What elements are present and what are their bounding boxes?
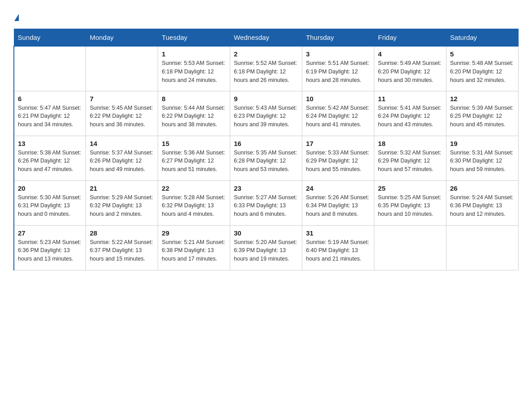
calendar-cell: 21Sunrise: 5:29 AM Sunset: 6:32 PM Dayli… [86, 180, 158, 225]
day-number: 22 [162, 184, 226, 192]
day-info: Sunrise: 5:29 AM Sunset: 6:32 PM Dayligh… [90, 193, 154, 218]
day-info: Sunrise: 5:38 AM Sunset: 6:26 PM Dayligh… [18, 149, 82, 174]
calendar-cell [374, 225, 446, 270]
day-number: 19 [450, 140, 515, 147]
header-tuesday: Tuesday [158, 29, 230, 47]
day-info: Sunrise: 5:26 AM Sunset: 6:34 PM Dayligh… [306, 193, 370, 218]
day-info: Sunrise: 5:31 AM Sunset: 6:30 PM Dayligh… [450, 149, 515, 174]
calendar-header-row: SundayMondayTuesdayWednesdayThursdayFrid… [14, 29, 519, 47]
day-number: 27 [18, 229, 82, 237]
calendar-cell: 17Sunrise: 5:33 AM Sunset: 6:29 PM Dayli… [302, 136, 374, 180]
day-info: Sunrise: 5:48 AM Sunset: 6:20 PM Dayligh… [450, 59, 515, 84]
day-number: 24 [306, 184, 370, 192]
day-info: Sunrise: 5:21 AM Sunset: 6:38 PM Dayligh… [162, 238, 226, 263]
calendar-cell: 30Sunrise: 5:20 AM Sunset: 6:39 PM Dayli… [230, 225, 302, 270]
header-thursday: Thursday [302, 29, 374, 47]
calendar-cell: 25Sunrise: 5:25 AM Sunset: 6:35 PM Dayli… [374, 180, 446, 225]
day-number: 6 [18, 95, 82, 103]
day-number: 5 [450, 50, 515, 58]
calendar-cell: 29Sunrise: 5:21 AM Sunset: 6:38 PM Dayli… [158, 225, 230, 270]
day-info: Sunrise: 5:37 AM Sunset: 6:26 PM Dayligh… [90, 149, 154, 174]
day-number: 15 [162, 140, 226, 147]
day-number: 25 [378, 184, 442, 192]
day-info: Sunrise: 5:51 AM Sunset: 6:19 PM Dayligh… [306, 59, 370, 84]
calendar-cell: 8Sunrise: 5:44 AM Sunset: 6:22 PM Daylig… [158, 91, 230, 136]
calendar-cell: 10Sunrise: 5:42 AM Sunset: 6:24 PM Dayli… [302, 91, 374, 136]
day-info: Sunrise: 5:23 AM Sunset: 6:36 PM Dayligh… [18, 238, 82, 263]
calendar-week-row: 27Sunrise: 5:23 AM Sunset: 6:36 PM Dayli… [14, 225, 519, 270]
day-info: Sunrise: 5:52 AM Sunset: 6:18 PM Dayligh… [234, 59, 298, 84]
day-number: 11 [378, 95, 442, 103]
day-number: 16 [234, 140, 298, 147]
day-number: 10 [306, 95, 370, 103]
day-info: Sunrise: 5:28 AM Sunset: 6:32 PM Dayligh… [162, 193, 226, 218]
calendar-cell: 18Sunrise: 5:32 AM Sunset: 6:29 PM Dayli… [374, 136, 446, 180]
day-number: 9 [234, 95, 298, 103]
header-saturday: Saturday [446, 29, 519, 47]
day-info: Sunrise: 5:24 AM Sunset: 6:36 PM Dayligh… [450, 193, 515, 218]
calendar-week-row: 13Sunrise: 5:38 AM Sunset: 6:26 PM Dayli… [14, 136, 519, 180]
day-info: Sunrise: 5:22 AM Sunset: 6:37 PM Dayligh… [90, 238, 154, 263]
logo-text [13, 13, 19, 23]
day-number: 8 [162, 95, 226, 103]
day-info: Sunrise: 5:20 AM Sunset: 6:39 PM Dayligh… [234, 238, 298, 263]
day-info: Sunrise: 5:44 AM Sunset: 6:22 PM Dayligh… [162, 104, 226, 129]
day-number: 14 [90, 140, 154, 147]
day-number: 18 [378, 140, 442, 147]
day-number: 23 [234, 184, 298, 192]
calendar-cell: 1Sunrise: 5:53 AM Sunset: 6:18 PM Daylig… [158, 46, 230, 91]
day-number: 30 [234, 229, 298, 237]
calendar-cell: 20Sunrise: 5:30 AM Sunset: 6:31 PM Dayli… [14, 180, 86, 225]
calendar-table: SundayMondayTuesdayWednesdayThursdayFrid… [13, 29, 519, 270]
logo-triangle-icon [14, 14, 19, 21]
calendar-cell [14, 46, 86, 91]
calendar-cell: 11Sunrise: 5:41 AM Sunset: 6:24 PM Dayli… [374, 91, 446, 136]
calendar-cell: 4Sunrise: 5:49 AM Sunset: 6:20 PM Daylig… [374, 46, 446, 91]
calendar-cell [446, 225, 519, 270]
day-info: Sunrise: 5:49 AM Sunset: 6:20 PM Dayligh… [378, 59, 442, 84]
logo [13, 9, 19, 23]
calendar-cell: 16Sunrise: 5:35 AM Sunset: 6:28 PM Dayli… [230, 136, 302, 180]
calendar-cell: 15Sunrise: 5:36 AM Sunset: 6:27 PM Dayli… [158, 136, 230, 180]
calendar-cell: 27Sunrise: 5:23 AM Sunset: 6:36 PM Dayli… [14, 225, 86, 270]
calendar-cell: 26Sunrise: 5:24 AM Sunset: 6:36 PM Dayli… [446, 180, 519, 225]
day-info: Sunrise: 5:36 AM Sunset: 6:27 PM Dayligh… [162, 149, 226, 174]
day-info: Sunrise: 5:33 AM Sunset: 6:29 PM Dayligh… [306, 149, 370, 174]
day-number: 31 [306, 229, 370, 237]
calendar-cell: 13Sunrise: 5:38 AM Sunset: 6:26 PM Dayli… [14, 136, 86, 180]
day-info: Sunrise: 5:27 AM Sunset: 6:33 PM Dayligh… [234, 193, 298, 218]
day-info: Sunrise: 5:43 AM Sunset: 6:23 PM Dayligh… [234, 104, 298, 129]
page-header [13, 9, 519, 23]
calendar-cell: 3Sunrise: 5:51 AM Sunset: 6:19 PM Daylig… [302, 46, 374, 91]
calendar-cell: 23Sunrise: 5:27 AM Sunset: 6:33 PM Dayli… [230, 180, 302, 225]
calendar-cell: 5Sunrise: 5:48 AM Sunset: 6:20 PM Daylig… [446, 46, 519, 91]
day-number: 2 [234, 50, 298, 58]
day-info: Sunrise: 5:45 AM Sunset: 6:22 PM Dayligh… [90, 104, 154, 129]
header-sunday: Sunday [14, 29, 86, 47]
day-info: Sunrise: 5:19 AM Sunset: 6:40 PM Dayligh… [306, 238, 370, 263]
calendar-cell: 22Sunrise: 5:28 AM Sunset: 6:32 PM Dayli… [158, 180, 230, 225]
day-number: 26 [450, 184, 515, 192]
calendar-cell: 9Sunrise: 5:43 AM Sunset: 6:23 PM Daylig… [230, 91, 302, 136]
calendar-cell: 2Sunrise: 5:52 AM Sunset: 6:18 PM Daylig… [230, 46, 302, 91]
calendar-cell: 19Sunrise: 5:31 AM Sunset: 6:30 PM Dayli… [446, 136, 519, 180]
day-info: Sunrise: 5:42 AM Sunset: 6:24 PM Dayligh… [306, 104, 370, 129]
calendar-week-row: 1Sunrise: 5:53 AM Sunset: 6:18 PM Daylig… [14, 46, 519, 91]
day-info: Sunrise: 5:41 AM Sunset: 6:24 PM Dayligh… [378, 104, 442, 129]
day-number: 20 [18, 184, 82, 192]
day-number: 21 [90, 184, 154, 192]
day-info: Sunrise: 5:35 AM Sunset: 6:28 PM Dayligh… [234, 149, 298, 174]
calendar-cell: 24Sunrise: 5:26 AM Sunset: 6:34 PM Dayli… [302, 180, 374, 225]
calendar-week-row: 6Sunrise: 5:47 AM Sunset: 6:21 PM Daylig… [14, 91, 519, 136]
day-info: Sunrise: 5:32 AM Sunset: 6:29 PM Dayligh… [378, 149, 442, 174]
calendar-cell: 6Sunrise: 5:47 AM Sunset: 6:21 PM Daylig… [14, 91, 86, 136]
calendar-cell: 28Sunrise: 5:22 AM Sunset: 6:37 PM Dayli… [86, 225, 158, 270]
calendar-cell: 31Sunrise: 5:19 AM Sunset: 6:40 PM Dayli… [302, 225, 374, 270]
header-wednesday: Wednesday [230, 29, 302, 47]
day-info: Sunrise: 5:30 AM Sunset: 6:31 PM Dayligh… [18, 193, 82, 218]
day-number: 4 [378, 50, 442, 58]
calendar-cell: 7Sunrise: 5:45 AM Sunset: 6:22 PM Daylig… [86, 91, 158, 136]
day-number: 7 [90, 95, 154, 103]
day-info: Sunrise: 5:25 AM Sunset: 6:35 PM Dayligh… [378, 193, 442, 218]
calendar-week-row: 20Sunrise: 5:30 AM Sunset: 6:31 PM Dayli… [14, 180, 519, 225]
